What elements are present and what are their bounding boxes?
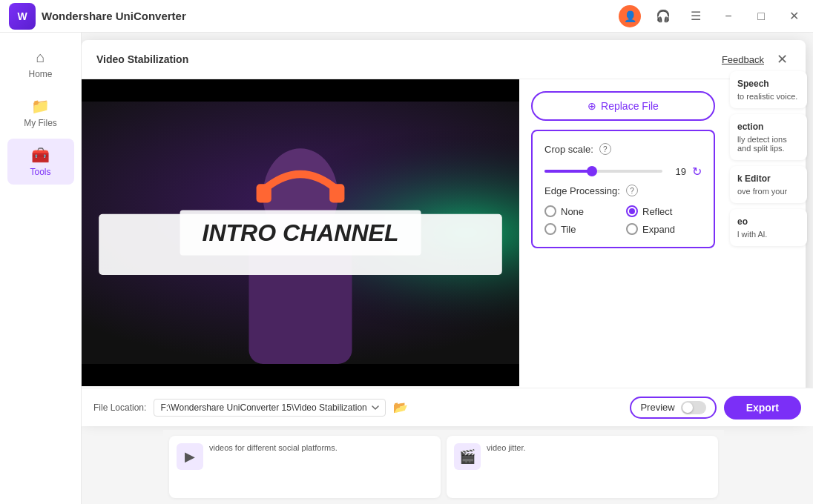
replace-file-label: Replace File <box>601 100 659 112</box>
headset-button[interactable]: 🎧 <box>653 6 674 27</box>
settings-panel: ⊕ Replace File Crop scale: ? <box>519 79 727 420</box>
app-name: Wondershare UniConverter <box>42 10 186 22</box>
radio-expand-label: Expand <box>642 224 675 235</box>
video-black-bar-bottom <box>82 364 519 386</box>
tools-icon: 🧰 <box>31 146 50 164</box>
slider-row: 19 ↻ <box>544 164 702 179</box>
radio-expand-circle <box>626 223 638 235</box>
dialog-title: Video Stabilization <box>96 53 188 65</box>
svg-rect-4 <box>257 184 271 202</box>
sidebar-label-tools: Tools <box>30 167 50 177</box>
settings-box: Crop scale: ? 19 ↻ Edge P <box>531 130 715 248</box>
feedback-link[interactable]: Feedback <box>722 54 764 65</box>
right-card-editor: k Editor ove from your <box>730 166 807 203</box>
video-black-bar-top <box>82 79 519 102</box>
replace-plus-icon: ⊕ <box>587 100 596 112</box>
sidebar: ⌂ Home 📁 My Files 🧰 Tools <box>0 33 82 504</box>
preview-toggle-area: Preview <box>630 397 716 419</box>
bottom-card-text-0: videos for different social platforms. <box>209 443 338 452</box>
files-icon: 📁 <box>31 97 50 115</box>
bottom-bar: File Location: F:\Wondershare UniConvert… <box>82 388 813 426</box>
edge-proc-label: Edge Processing: <box>544 185 620 196</box>
right-card-speech-text: to realistic voice. <box>737 92 797 101</box>
radio-reflect[interactable]: Reflect <box>626 205 702 217</box>
bottom-card-icon-0: ▶ <box>177 443 203 470</box>
radio-expand[interactable]: Expand <box>626 223 702 235</box>
video-preview: INTRO CHANNEL <box>82 102 519 364</box>
video-overlay-text: INTRO CHANNEL <box>180 210 421 256</box>
home-icon: ⌂ <box>36 49 45 66</box>
right-card-video-text: l with Al. <box>737 230 767 239</box>
edge-proc-row: Edge Processing: ? <box>544 185 702 196</box>
preview-toggle[interactable] <box>681 401 706 414</box>
title-bar-right: 👤 🎧 ☰ − □ ✕ <box>619 5 804 27</box>
title-bar: W Wondershare UniConverter 👤 🎧 ☰ − □ ✕ <box>0 0 813 33</box>
video-stabilization-dialog: Video Stabilization Feedback ✕ <box>82 40 806 419</box>
slider-fill <box>544 170 592 173</box>
slider-thumb[interactable] <box>587 166 597 176</box>
radio-tile-label: Tile <box>561 224 576 235</box>
right-sidebar: Speech to realistic voice. ection lly de… <box>724 65 813 504</box>
title-bar-left: W Wondershare UniConverter <box>9 3 186 30</box>
menu-button[interactable]: ☰ <box>685 6 706 27</box>
radio-tile[interactable]: Tile <box>544 223 620 235</box>
radio-none[interactable]: None <box>544 205 620 217</box>
avatar-button[interactable]: 👤 <box>619 5 641 27</box>
bottom-card-0: ▶ videos for different social platforms. <box>169 436 441 498</box>
right-card-video: eo l with Al. <box>730 209 807 246</box>
sidebar-label-myfiles: My Files <box>24 118 57 128</box>
edge-proc-info-icon[interactable]: ? <box>626 185 638 196</box>
right-card-video-title: eo <box>737 216 800 227</box>
minimize-button[interactable]: − <box>718 6 739 27</box>
radio-tile-circle <box>544 223 556 235</box>
radio-group: None Reflect Tile Expand <box>544 205 702 235</box>
logo-text: W <box>17 10 27 22</box>
radio-none-circle <box>544 205 556 217</box>
right-card-detection-text: lly detect ions and split lips. <box>737 135 787 153</box>
dialog-header: Video Stabilization Feedback ✕ <box>82 40 806 79</box>
sidebar-item-home[interactable]: ⌂ Home <box>7 42 74 87</box>
app-logo: W <box>9 3 36 30</box>
right-card-detection: ection lly detect ions and split lips. <box>730 114 807 160</box>
right-card-detection-title: ection <box>737 122 800 132</box>
file-location-label: File Location: <box>93 402 146 413</box>
sidebar-item-tools[interactable]: 🧰 Tools <box>7 139 74 185</box>
preview-label: Preview <box>640 402 674 413</box>
folder-button[interactable]: 📂 <box>393 400 408 414</box>
replace-file-button[interactable]: ⊕ Replace File <box>531 91 715 121</box>
right-card-editor-text: ove from your <box>737 187 787 196</box>
file-path-select[interactable]: F:\Wondershare UniConverter 15\Video Sta… <box>154 399 386 417</box>
right-card-speech: Speech to realistic voice. <box>730 71 807 108</box>
main-content: Video Stabilization Feedback ✕ <box>82 33 813 504</box>
radio-reflect-label: Reflect <box>642 206 672 217</box>
crop-scale-value: 19 <box>668 166 686 177</box>
close-window-button[interactable]: ✕ <box>783 6 804 27</box>
svg-rect-5 <box>329 184 344 202</box>
radio-reflect-circle <box>626 205 638 217</box>
sidebar-label-home: Home <box>28 69 52 79</box>
maximize-button[interactable]: □ <box>751 6 771 27</box>
sidebar-item-myfiles[interactable]: 📁 My Files <box>7 90 74 136</box>
dialog-body: INTRO CHANNEL ⏮ ▶ ⏭ 00:02/00:09 <box>82 79 806 420</box>
bottom-card-1: 🎬 video jitter. <box>447 436 718 498</box>
right-card-speech-title: Speech <box>737 79 800 89</box>
radio-none-label: None <box>561 206 584 217</box>
crop-scale-row: Crop scale: ? <box>544 143 702 155</box>
refresh-button[interactable]: ↻ <box>692 165 702 179</box>
crop-scale-label: Crop scale: <box>544 144 593 155</box>
bottom-cards-area: ▶ videos for different social platforms.… <box>163 430 724 504</box>
right-card-editor-title: k Editor <box>737 173 800 184</box>
bottom-card-text-1: video jitter. <box>487 443 526 452</box>
bottom-card-icon-1: 🎬 <box>454 443 481 470</box>
toggle-knob <box>682 402 693 413</box>
crop-scale-slider[interactable] <box>544 164 662 179</box>
crop-scale-info-icon[interactable]: ? <box>599 143 611 155</box>
video-background: INTRO CHANNEL <box>82 102 519 364</box>
video-area: INTRO CHANNEL ⏮ ▶ ⏭ 00:02/00:09 <box>82 79 519 420</box>
